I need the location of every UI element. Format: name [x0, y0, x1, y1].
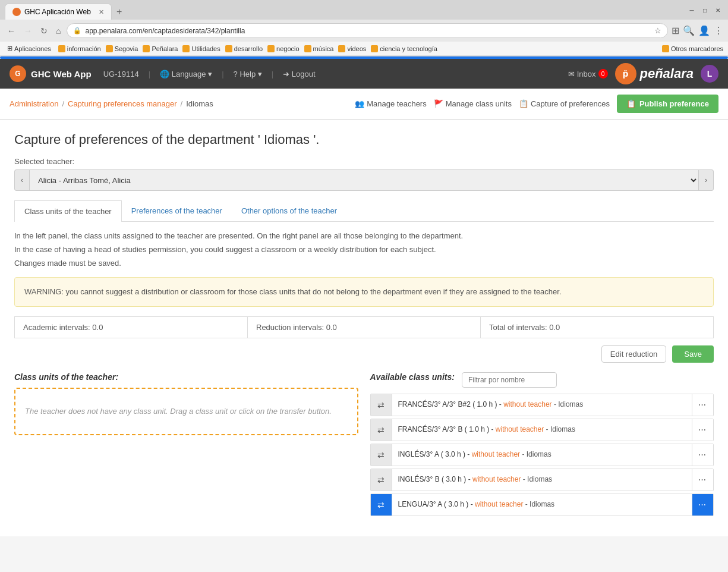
header-right: ✉ Inbox 0 p̃ peñalara L — [568, 63, 718, 84]
bookmark-ciencia-label: ciencia y tecnología — [380, 45, 437, 52]
app-header: G GHC Web App UG-19114 | 🌐 Language ▾ | … — [0, 59, 728, 89]
bookmark-segovia[interactable]: Segovia — [106, 45, 138, 52]
language-selector[interactable]: 🌐 Language ▾ — [160, 70, 212, 78]
filter-input[interactable] — [462, 372, 557, 388]
bookmark-desarrollo-label: desarrollo — [234, 45, 263, 52]
bookmark-info[interactable]: información — [58, 45, 101, 52]
tab-close-button[interactable]: ✕ — [99, 8, 104, 16]
new-tab-button[interactable]: + — [112, 4, 127, 20]
teacher-select[interactable]: Alicia - Arribas Tomé, Alicia — [29, 169, 699, 191]
menu-icon[interactable]: ⋮ — [714, 25, 723, 36]
publish-icon: 📋 — [626, 99, 636, 108]
refresh-button[interactable]: ↻ — [38, 25, 50, 37]
home-button[interactable]: ⌂ — [53, 25, 63, 37]
teacher-next-button[interactable]: › — [699, 169, 714, 191]
tabs: Class units of the teacher Preferences o… — [14, 200, 714, 222]
bookmark-otros-label: Otros marcadores — [671, 45, 723, 52]
bookmark-penalara[interactable]: Peñalara — [143, 45, 178, 52]
unit-status-1: without teacher — [496, 425, 544, 433]
main-content: Capture of preferences of the department… — [0, 120, 728, 536]
unit-status-3: without teacher — [472, 475, 521, 483]
logout-button[interactable]: ➜ Logout — [283, 70, 315, 78]
bookmarks-bar: ⊞ Aplicaciones información Segovia Peñal… — [0, 42, 728, 56]
minimize-button[interactable]: ─ — [686, 5, 697, 16]
unit-status-4: without teacher — [475, 500, 523, 508]
transfer-button-3[interactable]: ⇄ — [371, 469, 392, 491]
nav-divider: | — [149, 70, 150, 78]
inbox-button[interactable]: ✉ Inbox 0 — [568, 69, 608, 78]
save-button[interactable]: Save — [672, 345, 714, 363]
breadcrumb-manager[interactable]: Capturing preferences manager — [68, 99, 177, 108]
transfer-button-1[interactable]: ⇄ — [371, 419, 392, 441]
unit-dept-0: - Idiomas — [552, 400, 584, 408]
back-button[interactable]: ← — [5, 25, 18, 37]
forward-button[interactable]: → — [21, 25, 34, 37]
tab-favicon — [12, 8, 21, 16]
available-header: Available class units: — [370, 372, 714, 388]
bookmark-utilidades[interactable]: Utilidades — [182, 45, 220, 52]
bookmark-otros[interactable]: Otros marcadores — [662, 45, 723, 52]
bookmark-utilidades-label: Utilidades — [191, 45, 220, 52]
close-button[interactable]: ✕ — [713, 5, 723, 16]
app-logo-circle: G — [10, 65, 26, 82]
brand-logo: p̃ peñalara — [615, 63, 694, 84]
manage-teachers-link[interactable]: 👥 Manage teachers — [355, 99, 426, 108]
profile-icon[interactable]: 👤 — [698, 25, 710, 36]
help-dropdown[interactable]: ? Help ▾ — [234, 70, 262, 78]
unit-more-button-0[interactable]: ⋯ — [692, 394, 713, 416]
capture-preferences-link[interactable]: 📋 Capture of preferences — [519, 99, 610, 108]
breadcrumb-sep1: / — [62, 99, 64, 108]
bookmark-desarrollo[interactable]: desarrollo — [225, 45, 263, 52]
unit-more-button-4[interactable]: ⋯ — [692, 494, 713, 516]
folder-icon — [106, 45, 113, 52]
tab-other-options[interactable]: Other options of the teacher — [232, 200, 346, 222]
class-units-left: Class units of the teacher: The teacher … — [14, 372, 358, 518]
academic-intervals: Academic intervals: 0.0 — [15, 317, 248, 338]
edit-reduction-button[interactable]: Edit reduction — [601, 345, 667, 363]
maximize-button[interactable]: □ — [699, 5, 710, 16]
transfer-button-2[interactable]: ⇄ — [371, 444, 392, 466]
transfer-button-0[interactable]: ⇄ — [371, 394, 392, 416]
bookmark-musica[interactable]: música — [304, 45, 334, 52]
tab-preferences[interactable]: Preferences of the teacher — [122, 200, 232, 222]
unit-dept-1: - Idiomas — [544, 425, 575, 433]
info-text-3: Changes made must be saved. — [14, 259, 714, 268]
bookmark-apps[interactable]: ⊞ Aplicaciones — [5, 43, 53, 54]
unit-more-button-1[interactable]: ⋯ — [692, 419, 713, 441]
folder-icon — [371, 45, 378, 52]
folder-icon — [225, 45, 232, 52]
tab-class-units[interactable]: Class units of the teacher — [14, 200, 122, 222]
class-units-section: Class units of the teacher: The teacher … — [14, 372, 714, 518]
browser-chrome: GHC Aplicación Web ✕ + ─ □ ✕ ← → ↻ ⌂ 🔒 a… — [0, 0, 728, 56]
capture-icon: 📋 — [519, 99, 528, 108]
zoom-icon[interactable]: 🔍 — [683, 25, 695, 36]
tab-other-options-label: Other options of the teacher — [241, 206, 337, 215]
list-item: ⇄ INGLÉS/3° B ( 3.0 h ) - without teache… — [370, 469, 714, 491]
brand-circle: p̃ — [615, 63, 636, 84]
address-bar[interactable]: 🔒 app.penalara.com/en/captadesiderata/34… — [67, 23, 668, 38]
manage-teachers-icon: 👥 — [355, 99, 364, 108]
reduction-intervals: Reduction intervals: 0.0 — [248, 317, 481, 338]
breadcrumb-admin[interactable]: Administration — [10, 99, 58, 108]
breadcrumb-nav: Administration / Capturing preferences m… — [0, 89, 728, 120]
manage-teachers-label: Manage teachers — [367, 99, 426, 108]
unit-more-button-3[interactable]: ⋯ — [692, 469, 713, 491]
manage-class-units-link[interactable]: 🚩 Manage class units — [434, 99, 512, 108]
transfer-button-4[interactable]: ⇄ — [371, 494, 392, 516]
unit-subject-3: INGLÉS/3° B ( 3.0 h ) - — [398, 475, 473, 483]
bookmark-videos[interactable]: videos — [338, 45, 366, 52]
publish-preference-button[interactable]: 📋 Publish preference — [617, 95, 718, 113]
unit-more-button-2[interactable]: ⋯ — [692, 444, 713, 466]
star-icon[interactable]: ☆ — [654, 26, 661, 35]
info-section: In the left panel, the class units assig… — [14, 231, 714, 268]
warning-text: WARNING: you cannot suggest a distributi… — [24, 287, 562, 296]
nav-actions: 👥 Manage teachers 🚩 Manage class units 📋… — [355, 95, 718, 113]
extension-icon[interactable]: ⊞ — [672, 25, 679, 36]
list-item: ⇄ FRANCÉS/3° A/3° B ( 1.0 h ) - without … — [370, 419, 714, 441]
empty-units-box: The teacher does not have any class unit… — [14, 388, 358, 435]
browser-tab[interactable]: GHC Aplicación Web ✕ — [5, 4, 112, 20]
user-avatar[interactable]: L — [701, 65, 718, 83]
bookmark-ciencia[interactable]: ciencia y tecnología — [371, 45, 437, 52]
teacher-prev-button[interactable]: ‹ — [14, 169, 29, 191]
bookmark-negocio[interactable]: negocio — [267, 45, 300, 52]
